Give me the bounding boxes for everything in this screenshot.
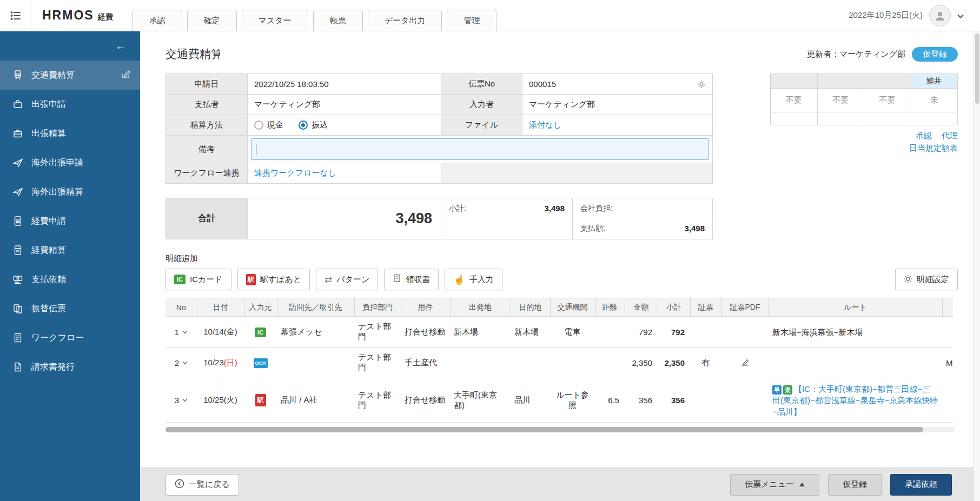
- col-header-origin: 出発地: [450, 298, 511, 317]
- attachment-link[interactable]: 添付なし: [529, 120, 562, 130]
- slip-no-label: 伝票No: [441, 74, 522, 95]
- status-badge: 仮登録: [912, 47, 958, 62]
- briefcase-icon: [12, 128, 24, 139]
- ic-card-button-label: ICカード: [190, 275, 223, 285]
- row-route: [769, 348, 942, 378]
- back-to-list-button[interactable]: 一覧に戻る: [165, 474, 239, 496]
- invoice-icon: [12, 361, 24, 373]
- tab-reports[interactable]: 帳票: [313, 10, 363, 31]
- sidebar-item-trip-settlement[interactable]: 出張精算: [0, 119, 140, 148]
- row-route-link[interactable]: 【IC：大手町(東京都)−都営三田線−三田(東京都)−都営浅草線−泉岳寺−京急本…: [772, 384, 938, 416]
- manual-entry-button-label: 手入力: [469, 275, 494, 285]
- gear-icon: [904, 275, 912, 285]
- save-draft-button[interactable]: 仮登録: [828, 474, 882, 496]
- repeat-icon: ⇄: [325, 274, 332, 285]
- tab-approval[interactable]: 承認: [133, 10, 182, 31]
- col-header-amount: 金額: [625, 298, 658, 317]
- row-expand-chevron-icon[interactable]: [182, 330, 188, 334]
- sidebar-item-invoice-issue[interactable]: 請求書発行: [0, 352, 140, 382]
- daily-allowance-link[interactable]: 日当規定額表: [909, 143, 958, 153]
- pattern-button[interactable]: ⇄ パターン: [316, 269, 378, 290]
- slip-settings-gear-icon[interactable]: [697, 80, 706, 89]
- row-visit: 幕張メッセ: [277, 317, 354, 348]
- hamburger-menu-icon[interactable]: [0, 0, 31, 31]
- app-logo: HRMOS 経費: [31, 8, 124, 23]
- radio-checked-icon[interactable]: [299, 121, 308, 130]
- sidebar-item-payment-request[interactable]: 支払依頼: [0, 265, 140, 294]
- sidebar-collapse-arrow[interactable]: ←: [0, 31, 140, 61]
- remarks-input[interactable]: [251, 138, 709, 160]
- approve-link[interactable]: 承認: [916, 131, 932, 141]
- airplane-icon: [12, 157, 24, 169]
- col-header-distance: 距離: [595, 298, 625, 317]
- sidebar: ← 交通費精算 出張申請: [0, 31, 140, 501]
- top-bar: HRMOS 経費 承認 確定 マスター 帳票 データ出力 管理 2022年10月…: [0, 0, 980, 31]
- col-header-source: 入力元: [244, 298, 277, 317]
- vertical-scrollbar[interactable]: [974, 31, 980, 501]
- workflow-link[interactable]: 連携ワークフローなし: [254, 168, 336, 178]
- sidebar-item-overseas-trip-request[interactable]: 海外出張申請: [0, 148, 140, 177]
- sidebar-item-workflow[interactable]: ワークフロー: [0, 323, 140, 352]
- sidebar-item-expense-settlement[interactable]: 経費精算: [0, 236, 140, 265]
- tab-admin[interactable]: 管理: [447, 10, 496, 31]
- col-header-route: ルート: [769, 298, 942, 317]
- cash-radio-label: 現金: [267, 120, 283, 130]
- sidebar-item-transport-expense[interactable]: 交通費精算: [0, 61, 140, 90]
- row-voucher-pdf: [721, 378, 769, 423]
- receipt-button[interactable]: 領収書: [384, 269, 439, 290]
- row-date: 10/14: [203, 327, 224, 336]
- horizontal-scrollbar[interactable]: [165, 427, 955, 432]
- approval-status: 未: [911, 89, 958, 112]
- row-visit: [277, 348, 354, 378]
- approval-empty-cell: [818, 112, 865, 125]
- slip-menu-button[interactable]: 伝票メニュー: [730, 474, 819, 496]
- totals-bar: 合計 3,498 小計: 3,498 会社負担: 支払額: 3,498: [165, 198, 712, 239]
- hand-icon: ☝: [453, 274, 465, 285]
- slip-no-cell: 000015: [522, 74, 713, 95]
- ic-card-button[interactable]: IC ICカード: [165, 269, 231, 290]
- sidebar-item-expense-request[interactable]: 経費申請: [0, 206, 140, 236]
- ic-source-badge: IC: [255, 328, 266, 337]
- sidebar-item-label: 振替伝票: [31, 303, 66, 315]
- radio-unchecked-icon[interactable]: [254, 121, 263, 130]
- tab-data-export[interactable]: データ出力: [368, 10, 442, 31]
- col-header-voucher: 証票: [690, 298, 721, 317]
- row-amount: 2,350: [625, 348, 658, 378]
- updater-label: 更新者：マーケティング部: [807, 49, 905, 59]
- row-route: 新木場−海浜幕張−新木場: [769, 317, 942, 348]
- vertical-scrollbar-thumb[interactable]: [975, 34, 979, 104]
- calculator-icon: [12, 244, 24, 256]
- sidebar-item-overseas-trip-settlement[interactable]: 海外出張精算: [0, 177, 140, 206]
- ekispert-button-label: 駅すぱあと: [260, 275, 301, 285]
- tab-master[interactable]: マスター: [242, 10, 308, 31]
- chevron-down-icon[interactable]: [957, 11, 964, 21]
- detail-settings-button[interactable]: 明細設定: [895, 269, 958, 290]
- tab-confirm[interactable]: 確定: [187, 10, 237, 31]
- proxy-link[interactable]: 代理: [942, 131, 958, 141]
- slip-no-value: 000015: [529, 79, 556, 89]
- row-expand-chevron-icon[interactable]: [182, 398, 188, 402]
- train-icon: [12, 69, 24, 81]
- approval-request-button[interactable]: 承認依頼: [890, 474, 952, 496]
- top-nav-tabs: 承認 確定 マスター 帳票 データ出力 管理: [133, 0, 502, 31]
- approver-slot: [771, 74, 818, 89]
- col-header-subtotal: 小計: [658, 298, 690, 317]
- manual-entry-button[interactable]: ☝ 手入力: [445, 269, 502, 290]
- row-destination: 新木場: [511, 317, 550, 348]
- sidebar-item-label: 出張申請: [31, 99, 66, 110]
- row-extra: M's: [942, 348, 953, 378]
- row-purpose: 打合せ移動: [401, 378, 450, 423]
- ekispert-button[interactable]: 駅 駅すぱあと: [237, 269, 310, 290]
- travel-bag-icon: [12, 98, 24, 110]
- row-distance: [595, 348, 625, 378]
- voucher-pdf-icon[interactable]: [740, 359, 750, 368]
- sidebar-item-trip-request[interactable]: 出張申請: [0, 90, 140, 119]
- row-expand-chevron-icon[interactable]: [182, 361, 188, 365]
- approval-empty-cell: [771, 112, 818, 125]
- user-avatar[interactable]: [929, 5, 951, 26]
- cash-radio[interactable]: 現金: [254, 120, 283, 130]
- sidebar-item-transfer-slip[interactable]: 振替伝票: [0, 294, 140, 323]
- approval-status: 不要: [864, 89, 911, 112]
- transfer-radio[interactable]: 振込: [299, 120, 328, 130]
- horizontal-scrollbar-thumb[interactable]: [165, 427, 923, 432]
